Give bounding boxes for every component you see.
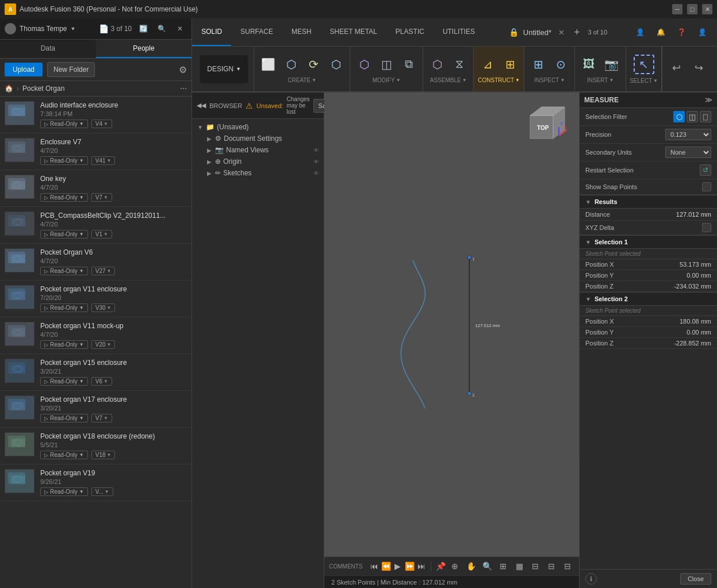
list-item[interactable]: Enclosure V74/7/20 ▷ Read-Only ▼ V41 ▼ <box>0 133 191 170</box>
version-badge[interactable]: V1 ▼ <box>91 230 112 239</box>
info-icon[interactable]: ℹ <box>585 573 597 585</box>
design-dropdown-button[interactable]: DESIGN ▼ <box>200 55 248 83</box>
redo-button[interactable]: ↪ <box>688 59 709 76</box>
account-icon[interactable]: 👤 <box>632 24 648 40</box>
home-icon[interactable]: 🏠 <box>5 84 13 93</box>
restart-icon[interactable]: ↺ <box>700 164 711 176</box>
modify-btn-1[interactable]: ⬡ <box>354 55 374 74</box>
select-label[interactable]: SELECT ▼ <box>630 78 658 84</box>
version-badge[interactable]: V30 ▼ <box>91 303 116 312</box>
assemble-btn-1[interactable]: ⬡ <box>427 55 447 74</box>
readonly-badge[interactable]: ▷ Read-Only ▼ <box>40 340 88 349</box>
close-button[interactable]: ✕ <box>702 4 712 14</box>
readonly-badge[interactable]: ▷ Read-Only ▼ <box>40 377 88 386</box>
insert-btn-1[interactable]: 🖼 <box>578 55 599 74</box>
version-badge[interactable]: V... ▼ <box>91 487 113 496</box>
inspect-label[interactable]: INSPECT ▼ <box>534 77 565 83</box>
insert-label[interactable]: INSERT ▼ <box>587 77 614 83</box>
grid-icon-2[interactable]: ⊟ <box>545 559 558 573</box>
version-dropdown-icon[interactable]: ▼ <box>107 452 112 458</box>
list-item[interactable]: Pocket organ V199/26/21 ▷ Read-Only ▼ V.… <box>0 464 191 501</box>
readonly-badge[interactable]: ▷ Read-Only ▼ <box>40 303 88 312</box>
playback-start-btn[interactable]: ⏮ <box>370 559 379 573</box>
version-badge[interactable]: V4 ▼ <box>91 120 112 128</box>
selection1-collapse-icon[interactable]: ▼ <box>585 239 591 245</box>
toolbar-tab-sheet-metal[interactable]: SHEET METAL <box>321 18 386 46</box>
tree-item-origin[interactable]: ▶⊕Origin👁 <box>192 156 324 167</box>
toolbar-tab-utilities[interactable]: UTILITIES <box>434 18 484 46</box>
version-badge[interactable]: V7 ▼ <box>91 414 112 422</box>
readonly-badge[interactable]: ▷ Read-Only ▼ <box>40 451 88 459</box>
version-badge[interactable]: V7 ▼ <box>91 193 112 202</box>
modify-btn-2[interactable]: ◫ <box>376 55 397 74</box>
readonly-badge[interactable]: ▷ Read-Only ▼ <box>40 120 88 128</box>
readonly-badge[interactable]: ▷ Read-Only ▼ <box>40 414 88 422</box>
maximize-button[interactable]: □ <box>687 4 697 14</box>
snap-points-checkbox[interactable] <box>702 182 711 191</box>
list-item[interactable]: Pocket organ V11 mock-up4/7/20 ▷ Read-On… <box>0 317 191 354</box>
browser-back-icon[interactable]: ◀◀ <box>197 102 206 109</box>
filter-surface-icon[interactable]: ◫ <box>687 111 698 122</box>
tree-item-document-settings[interactable]: ▶⚙Document Settings <box>192 133 324 144</box>
close-measure-button[interactable]: Close <box>680 573 711 585</box>
select-btn-1[interactable]: ↖ <box>634 55 654 74</box>
playback-next-btn[interactable]: ⏩ <box>405 559 415 573</box>
readonly-badge[interactable]: ▷ Read-Only ▼ <box>40 230 88 239</box>
create-btn-2[interactable]: ⬡ <box>281 55 301 74</box>
undo-button[interactable]: ↩ <box>666 59 687 76</box>
readonly-dropdown-icon[interactable]: ▼ <box>79 489 84 494</box>
view-cube[interactable]: TOP X Y <box>527 104 568 144</box>
filter-edge-icon[interactable]: ⎕ <box>700 111 711 122</box>
version-dropdown-icon[interactable]: ▼ <box>107 342 112 347</box>
filter-solid-icon[interactable]: ⬡ <box>673 111 685 122</box>
version-dropdown-icon[interactable]: ▼ <box>107 268 112 274</box>
breadcrumb-options-icon[interactable]: ⋯ <box>180 84 187 93</box>
create-btn-4[interactable]: ⬡ <box>325 55 346 74</box>
construct-btn-2[interactable]: ⊞ <box>500 55 520 74</box>
readonly-dropdown-icon[interactable]: ▼ <box>79 232 84 237</box>
list-item[interactable]: Pocket organ V17 enclosure3/20/21 ▷ Read… <box>0 391 191 428</box>
grid-icon-1[interactable]: ⊟ <box>528 559 542 573</box>
view-options-icon[interactable]: ⊟ <box>561 559 574 573</box>
assemble-btn-2[interactable]: ⧖ <box>449 55 470 74</box>
tree-item-arrow[interactable]: ▼ <box>197 124 204 130</box>
readonly-dropdown-icon[interactable]: ▼ <box>79 121 84 126</box>
create-btn-1[interactable]: ⬜ <box>258 55 279 74</box>
tree-item-named-views[interactable]: ▶📷Named Views👁 <box>192 144 324 156</box>
readonly-badge[interactable]: ▷ Read-Only ▼ <box>40 267 88 275</box>
assemble-label[interactable]: ASSEMBLE ▼ <box>430 77 467 83</box>
eye-icon[interactable]: 👁 <box>313 170 319 176</box>
insert-btn-2[interactable]: 📷 <box>601 55 622 74</box>
inspect-btn-1[interactable]: ⊞ <box>528 55 549 74</box>
version-dropdown-icon[interactable]: ▼ <box>103 379 108 384</box>
readonly-badge[interactable]: ▷ Read-Only ▼ <box>40 487 88 496</box>
playback-end-btn[interactable]: ⏭ <box>417 559 426 573</box>
inspect-btn-2[interactable]: ⊙ <box>550 55 571 74</box>
modify-btn-3[interactable]: ⧉ <box>398 55 419 74</box>
version-dropdown-icon[interactable]: ▼ <box>103 416 108 421</box>
upload-button[interactable]: Upload <box>5 63 43 76</box>
list-item[interactable]: PCB_CompassBeltClip V2_201912011...4/7/2… <box>0 207 191 244</box>
help-icon[interactable]: ❓ <box>673 24 689 40</box>
add-tab-icon[interactable]: + <box>574 26 580 39</box>
list-item[interactable]: Pocket organ V15 enclosure3/20/21 ▷ Read… <box>0 354 191 391</box>
eye-icon[interactable]: 👁 <box>313 159 319 165</box>
measure-expand-icon[interactable]: ≫ <box>705 96 712 104</box>
secondary-units-select[interactable]: Nonemmin <box>665 147 711 158</box>
create-label[interactable]: CREATE ▼ <box>287 77 316 83</box>
list-item[interactable]: Pocket organ V18 enclosure (redone)5/5/2… <box>0 428 191 464</box>
display-icon[interactable]: ▦ <box>512 559 526 573</box>
readonly-dropdown-icon[interactable]: ▼ <box>79 268 84 274</box>
readonly-badge[interactable]: ▷ Read-Only ▼ <box>40 193 88 202</box>
eye-icon[interactable]: 👁 <box>313 147 319 153</box>
readonly-dropdown-icon[interactable]: ▼ <box>79 379 84 384</box>
selection2-collapse-icon[interactable]: ▼ <box>585 296 591 302</box>
close-left-button[interactable]: ✕ <box>173 22 187 36</box>
tree-item-arrow[interactable]: ▶ <box>206 159 213 165</box>
results-collapse-icon[interactable]: ▼ <box>585 199 591 205</box>
toolbar-tab-solid[interactable]: SOLID <box>192 18 231 46</box>
toolbar-tab-mesh[interactable]: MESH <box>282 18 321 46</box>
zoom-icon[interactable]: 🔍 <box>480 559 494 573</box>
profile-icon[interactable]: 👤 <box>694 24 710 40</box>
tab-people[interactable]: People <box>96 40 192 58</box>
